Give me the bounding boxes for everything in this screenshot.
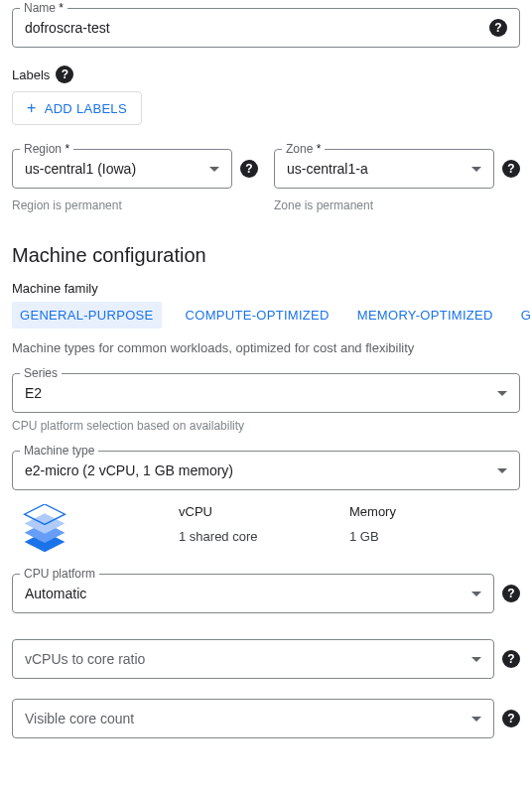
region-label-text: Region xyxy=(24,142,62,156)
vcpu-label: vCPU xyxy=(179,504,349,519)
machine-type-label: Machine type xyxy=(20,444,98,458)
required-marker: * xyxy=(317,142,322,156)
help-icon[interactable]: ? xyxy=(240,160,258,178)
required-marker: * xyxy=(65,142,69,156)
layers-icon xyxy=(20,504,69,554)
vcpu-ratio-row: vCPUs to core ratio ? xyxy=(12,639,520,679)
zone-label: Zone * xyxy=(282,142,325,156)
region-col: Region * us-central1 (Iowa) ? Region is … xyxy=(12,149,258,212)
name-label-text: Name xyxy=(24,1,56,15)
zone-value: us-central1-a xyxy=(287,161,368,177)
vcpu-spec: vCPU 1 shared core xyxy=(179,504,349,544)
name-input-row: dofroscra-test ? xyxy=(12,8,520,48)
region-helper: Region is permanent xyxy=(12,198,258,212)
visible-cores-label: Visible core count xyxy=(25,711,134,726)
memory-label: Memory xyxy=(349,504,520,519)
tab-general-purpose[interactable]: GENERAL-PURPOSE xyxy=(12,302,162,329)
zone-helper: Zone is permanent xyxy=(274,198,520,212)
help-icon[interactable]: ? xyxy=(56,66,73,83)
name-label: Name * xyxy=(20,1,67,15)
name-input[interactable]: dofroscra-test ? xyxy=(12,8,520,48)
region-field-group: Region * us-central1 (Iowa) ? xyxy=(12,149,258,189)
series-select[interactable]: E2 xyxy=(12,373,520,413)
name-value: dofroscra-test xyxy=(25,20,110,36)
series-helper: CPU platform selection based on availabi… xyxy=(12,419,520,433)
cpu-platform-value: Automatic xyxy=(25,586,86,601)
chevron-down-icon xyxy=(471,657,481,662)
help-icon[interactable]: ? xyxy=(502,585,520,602)
labels-heading-text: Labels xyxy=(12,67,50,82)
cpu-platform-label: CPU platform xyxy=(20,567,99,581)
help-icon[interactable]: ? xyxy=(502,650,520,668)
zone-col: Zone * us-central1-a ? Zone is permanent xyxy=(274,149,520,212)
chevron-down-icon xyxy=(497,468,507,473)
help-icon[interactable]: ? xyxy=(502,160,520,178)
vcpu-ratio-select[interactable]: vCPUs to core ratio xyxy=(12,639,494,679)
chevron-down-icon xyxy=(471,592,481,596)
zone-label-text: Zone xyxy=(286,142,313,156)
region-zone-row: Region * us-central1 (Iowa) ? Region is … xyxy=(12,149,520,212)
tab-memory-optimized[interactable]: MEMORY-OPTIMIZED xyxy=(353,302,497,329)
plus-icon: + xyxy=(27,100,37,116)
add-labels-text: ADD LABELS xyxy=(45,101,127,116)
chevron-down-icon xyxy=(209,167,219,172)
region-value: us-central1 (Iowa) xyxy=(25,161,136,177)
series-field-group: Series E2 xyxy=(12,373,520,413)
name-field-group: Name * dofroscra-test ? xyxy=(12,8,520,48)
add-labels-button[interactable]: + ADD LABELS xyxy=(12,91,142,125)
series-label: Series xyxy=(20,366,62,380)
chevron-down-icon xyxy=(471,717,481,722)
vcpu-ratio-label: vCPUs to core ratio xyxy=(25,651,145,667)
cpu-platform-field-group: CPU platform Automatic ? xyxy=(12,574,520,613)
chevron-down-icon xyxy=(471,167,481,172)
machine-family-tabs: GENERAL-PURPOSE COMPUTE-OPTIMIZED MEMORY… xyxy=(12,302,520,329)
required-marker: * xyxy=(59,1,64,15)
tab-compute-optimized[interactable]: COMPUTE-OPTIMIZED xyxy=(182,302,333,329)
memory-spec: Memory 1 GB xyxy=(349,504,520,544)
visible-cores-row: Visible core count ? xyxy=(12,699,520,738)
specs-row: vCPU 1 shared core Memory 1 GB xyxy=(20,504,520,554)
visible-cores-select[interactable]: Visible core count xyxy=(12,699,494,738)
chevron-down-icon xyxy=(497,391,507,396)
help-icon[interactable]: ? xyxy=(489,19,507,37)
help-icon[interactable]: ? xyxy=(502,710,520,727)
region-label: Region * xyxy=(20,142,73,156)
vcpu-value: 1 shared core xyxy=(179,529,349,544)
zone-field-group: Zone * us-central1-a ? xyxy=(274,149,520,189)
machine-type-value: e2-micro (2 vCPU, 1 GB memory) xyxy=(25,462,233,478)
machine-type-field-group: Machine type e2-micro (2 vCPU, 1 GB memo… xyxy=(12,451,520,490)
machine-config-title: Machine configuration xyxy=(12,244,520,267)
tab-description: Machine types for common workloads, opti… xyxy=(12,340,520,355)
series-value: E2 xyxy=(25,385,42,401)
labels-heading: Labels ? xyxy=(12,66,520,83)
memory-value: 1 GB xyxy=(349,529,520,544)
tab-gpu[interactable]: GPU xyxy=(517,302,532,329)
machine-family-label: Machine family xyxy=(12,281,520,296)
